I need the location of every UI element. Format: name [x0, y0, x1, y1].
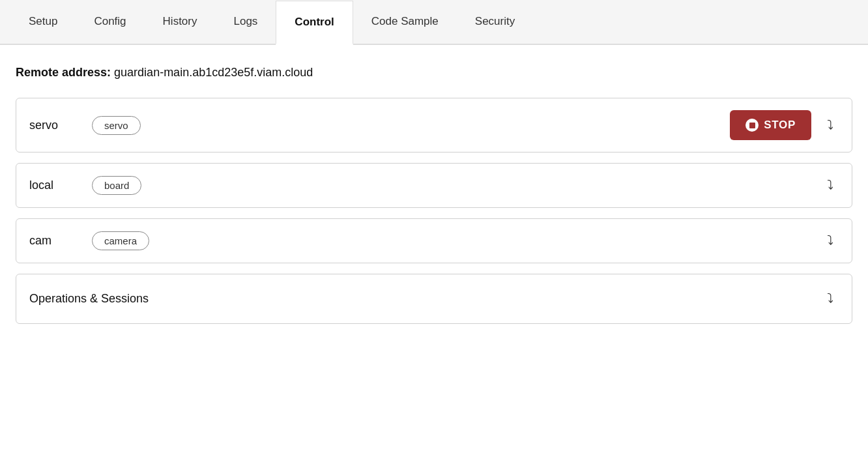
stop-label: STOP [764, 119, 796, 132]
components-container: servoservoSTOP⤵localboard⤵camcamera⤵ [16, 98, 852, 263]
tab-control[interactable]: Control [276, 1, 353, 45]
tab-security[interactable]: Security [457, 0, 533, 45]
component-card-servo: servoservoSTOP⤵ [16, 98, 852, 153]
component-name-local: local [29, 179, 81, 192]
remote-address-label: Remote address: [16, 66, 111, 79]
stop-button-servo[interactable]: STOP [730, 110, 811, 140]
remote-address-value: guardian-main.ab1cd23e5f.viam.cloud [114, 66, 313, 79]
operations-label: Operations & Sessions [29, 292, 811, 306]
stop-icon [745, 119, 759, 132]
component-card-cam: camcamera⤵ [16, 218, 852, 263]
component-name-cam: cam [29, 234, 81, 248]
operations-chevron[interactable]: ⤵ [822, 289, 839, 309]
component-tag-cam: camera [92, 231, 149, 250]
component-name-servo: servo [29, 119, 81, 132]
main-content: Remote address: guardian-main.ab1cd23e5f… [0, 45, 868, 350]
tab-logs[interactable]: Logs [215, 0, 276, 45]
tab-setup[interactable]: Setup [10, 0, 76, 45]
chevron-servo[interactable]: ⤵ [822, 115, 839, 136]
operations-row: Operations & Sessions ⤵ [16, 274, 852, 323]
tab-config[interactable]: Config [76, 0, 144, 45]
chevron-cam[interactable]: ⤵ [822, 231, 839, 251]
component-tag-servo: servo [92, 116, 141, 135]
chevron-local[interactable]: ⤵ [822, 175, 839, 196]
component-card-local: localboard⤵ [16, 163, 852, 208]
stop-icon-inner [749, 123, 755, 128]
component-tag-local: board [92, 176, 141, 195]
component-row-cam: camcamera⤵ [16, 219, 852, 263]
tab-history[interactable]: History [145, 0, 216, 45]
remote-address: Remote address: guardian-main.ab1cd23e5f… [16, 66, 852, 80]
operations-card: Operations & Sessions ⤵ [16, 274, 852, 324]
component-row-local: localboard⤵ [16, 164, 852, 207]
component-row-servo: servoservoSTOP⤵ [16, 98, 852, 152]
tab-code-sample[interactable]: Code Sample [353, 0, 457, 45]
tab-bar: SetupConfigHistoryLogsControlCode Sample… [0, 0, 868, 45]
